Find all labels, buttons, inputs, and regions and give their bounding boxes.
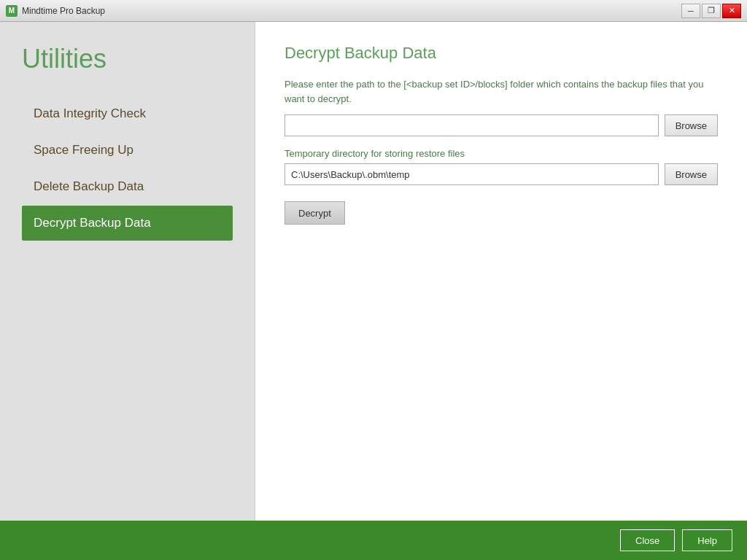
app-icon: M <box>6 5 18 17</box>
content-area: Utilities Data Integrity Check Space Fre… <box>0 22 747 521</box>
temp-dir-browse-button[interactable]: Browse <box>665 163 718 185</box>
close-window-button[interactable]: ✕ <box>722 4 741 18</box>
temp-dir-row: Browse <box>285 163 718 185</box>
restore-button[interactable]: ❐ <box>702 4 721 18</box>
sidebar-item-space-freeing-up[interactable]: Space Freeing Up <box>22 133 233 168</box>
title-bar-text: Mindtime Pro Backup <box>22 6 105 16</box>
main-content-panel: Decrypt Backup Data Please enter the pat… <box>255 22 747 521</box>
minimize-button[interactable]: ─ <box>681 4 700 18</box>
sidebar: Utilities Data Integrity Check Space Fre… <box>0 22 255 521</box>
main-window: Utilities Data Integrity Check Space Fre… <box>0 22 747 560</box>
backup-path-input[interactable] <box>285 114 659 136</box>
title-bar-controls: ─ ❐ ✕ <box>681 4 741 18</box>
help-button[interactable]: Help <box>682 529 732 551</box>
description-text: Please enter the path to the [<backup se… <box>285 77 718 106</box>
backup-path-browse-button[interactable]: Browse <box>665 114 718 136</box>
backup-path-row: Browse <box>285 114 718 136</box>
title-bar: M Mindtime Pro Backup ─ ❐ ✕ <box>0 0 747 22</box>
sidebar-item-decrypt-backup-data[interactable]: Decrypt Backup Data <box>22 206 233 241</box>
temp-dir-label: Temporary directory for storing restore … <box>285 148 718 159</box>
footer: Close Help <box>0 521 747 560</box>
decrypt-button[interactable]: Decrypt <box>285 201 345 225</box>
close-button[interactable]: Close <box>620 529 675 551</box>
page-title: Decrypt Backup Data <box>285 44 718 63</box>
sidebar-item-data-integrity-check[interactable]: Data Integrity Check <box>22 96 233 131</box>
title-bar-left: M Mindtime Pro Backup <box>6 5 105 17</box>
sidebar-item-delete-backup-data[interactable]: Delete Backup Data <box>22 169 233 204</box>
sidebar-title: Utilities <box>22 44 233 74</box>
temp-dir-input[interactable] <box>285 163 659 185</box>
